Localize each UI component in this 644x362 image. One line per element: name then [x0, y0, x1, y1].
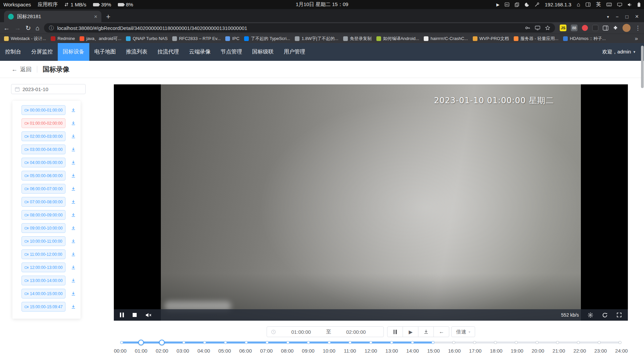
timeline-handle-start[interactable]: [138, 340, 144, 346]
bookmark-item[interactable]: 了不起的 TypeScri...: [244, 36, 290, 42]
play-button[interactable]: ▶: [403, 326, 418, 337]
window-close-button[interactable]: ×: [635, 13, 639, 20]
bookmark-item[interactable]: RFC2833 – RTP Ev...: [172, 36, 221, 41]
speed-dropdown[interactable]: 倍速 ▾: [451, 326, 475, 337]
download-recording-button[interactable]: [71, 239, 76, 244]
ip-address-indicator[interactable]: 192.168.1.3: [545, 2, 571, 7]
date-picker[interactable]: 2023-01-10: [11, 84, 86, 94]
side-panel-icon[interactable]: [603, 26, 608, 31]
nav-item[interactable]: 控制台: [0, 43, 26, 61]
workspaces-button[interactable]: Workspaces: [3, 2, 31, 7]
bookmark-item[interactable]: HDAtmos :: 种子...: [563, 36, 606, 42]
download-recording-button[interactable]: [71, 173, 76, 178]
recording-segment-button[interactable]: 13:00:00-14:00:00: [21, 276, 65, 285]
download-recording-button[interactable]: [71, 108, 76, 113]
nav-item[interactable]: 拉流代理: [152, 43, 184, 61]
recording-segment-button[interactable]: 07:00:00-08:00:00: [21, 197, 65, 207]
battery-status-icon[interactable]: [637, 2, 641, 7]
extension-js-icon[interactable]: JS: [560, 25, 566, 31]
tray-circle-icon[interactable]: [524, 2, 529, 7]
address-bar[interactable]: ⓘ localhost:38080/#/gbRecordDetail/34020…: [44, 23, 555, 33]
nav-item[interactable]: 分屏监控: [26, 43, 58, 61]
download-recording-button[interactable]: [71, 252, 76, 257]
new-tab-button[interactable]: +: [106, 13, 110, 21]
player-fullscreen-button[interactable]: [616, 312, 622, 318]
tray-clipboard-icon[interactable]: [515, 2, 519, 7]
browser-tab[interactable]: 国标28181 ×: [4, 11, 101, 22]
reload-icon[interactable]: ↻: [26, 25, 31, 31]
extensions-puzzle-icon[interactable]: [613, 25, 618, 31]
recording-segment-button[interactable]: 08:00:00-09:00:00: [21, 210, 65, 220]
back-nav-icon[interactable]: ←: [3, 25, 10, 31]
volume-icon[interactable]: [628, 3, 632, 7]
recording-segment-button[interactable]: 02:00:00-03:00:00: [21, 131, 65, 141]
user-menu[interactable]: 欢迎，admin ▾: [602, 49, 635, 55]
recording-segment-button[interactable]: 09:00:00-10:00:00: [21, 223, 65, 233]
recording-segment-button[interactable]: 10:00:00-11:00:00: [21, 236, 65, 246]
bookmark-item[interactable]: WVP-PRO文档: [473, 36, 509, 42]
share-icon[interactable]: [535, 26, 540, 30]
download-recording-button[interactable]: [71, 134, 76, 139]
tab-close-icon[interactable]: ×: [94, 14, 97, 19]
timeline-slider[interactable]: 00:0001:0002:0003:0004:0005:0006:0007:00…: [120, 341, 622, 354]
download-recording-button[interactable]: [71, 226, 76, 231]
player-stop-button[interactable]: [133, 313, 137, 317]
download-recording-button[interactable]: [71, 265, 76, 270]
player-settings-button[interactable]: [588, 312, 593, 318]
tray-play-icon[interactable]: ▶: [496, 2, 499, 7]
window-layout-icon[interactable]: [586, 2, 591, 7]
download-recording-button[interactable]: [71, 212, 76, 217]
nav-item[interactable]: 云端录像: [184, 43, 216, 61]
extension-dark-icon[interactable]: [592, 25, 598, 31]
browser-home-icon[interactable]: ⌂: [36, 25, 39, 31]
recording-segment-button[interactable]: 06:00:00-07:00:00: [21, 184, 65, 194]
bookmark-star-icon[interactable]: [545, 25, 550, 31]
nav-item[interactable]: 推流列表: [121, 43, 152, 61]
download-recording-button[interactable]: [71, 160, 76, 165]
display-icon[interactable]: [617, 3, 622, 7]
site-info-icon[interactable]: ⓘ: [49, 25, 54, 31]
tab-search-icon[interactable]: ▾: [607, 14, 609, 19]
download-recording-button[interactable]: [71, 186, 76, 191]
bookmark-item[interactable]: 1.8W字|了不起的...: [295, 36, 338, 42]
nav-item[interactable]: 电子地图: [89, 43, 121, 61]
download-button[interactable]: [418, 326, 434, 337]
bookmark-item[interactable]: java、android可...: [80, 36, 121, 42]
timeline-track[interactable]: [120, 341, 622, 344]
player-mute-button[interactable]: [145, 313, 152, 318]
recording-segment-button[interactable]: 01:00:00-02:00:00: [21, 118, 65, 128]
extension-red-icon[interactable]: [582, 25, 588, 31]
download-recording-button[interactable]: [71, 199, 76, 204]
bookmark-item[interactable]: IPC: [225, 36, 239, 41]
tray-wrench-icon[interactable]: [535, 2, 539, 7]
back-button[interactable]: ← 返回: [11, 66, 32, 73]
download-recording-button[interactable]: [71, 278, 76, 283]
input-language-indicator[interactable]: 英: [596, 1, 601, 8]
recording-segment-button[interactable]: 14:00:00-15:00:00: [21, 289, 65, 298]
bookmark-item[interactable]: Webstack - 设计...: [4, 36, 46, 42]
browser-menu-icon[interactable]: ⋮: [635, 25, 641, 32]
recording-segment-button[interactable]: 12:00:00-13:00:00: [21, 263, 65, 272]
download-recording-button[interactable]: [71, 291, 76, 296]
start-time-value[interactable]: 01:00:00: [277, 329, 325, 335]
download-recording-button[interactable]: [71, 147, 76, 152]
end-time-value[interactable]: 02:00:00: [332, 329, 380, 335]
bookmarks-overflow-icon[interactable]: »: [635, 35, 640, 42]
bookmark-item[interactable]: Redmine: [51, 36, 75, 41]
download-recording-button[interactable]: [71, 121, 76, 126]
nav-item[interactable]: 节点管理: [216, 43, 247, 61]
nav-item[interactable]: 用户管理: [279, 43, 310, 61]
recording-segment-button[interactable]: 15:00:00-15:09:47: [21, 302, 65, 312]
recording-segment-button[interactable]: 05:00:00-06:00:00: [21, 171, 65, 180]
bookmark-item[interactable]: 服务器 - 轻量应用...: [514, 36, 558, 42]
download-recording-button[interactable]: [71, 304, 76, 309]
clock-indicator[interactable]: 1月10日 星期二 15：09: [296, 1, 349, 8]
page-scrollbar[interactable]: [641, 46, 644, 88]
player-pause-button[interactable]: [120, 313, 124, 317]
pause-button[interactable]: [387, 326, 403, 337]
player-refresh-button[interactable]: [602, 312, 608, 318]
bookmark-item[interactable]: 免登录复制: [343, 36, 372, 42]
applications-button[interactable]: 应用程序: [38, 1, 58, 8]
recording-segment-button[interactable]: 00:00:00-01:00:00: [21, 105, 65, 115]
bookmark-item[interactable]: hairrrrr/C-CrashC...: [424, 36, 468, 41]
